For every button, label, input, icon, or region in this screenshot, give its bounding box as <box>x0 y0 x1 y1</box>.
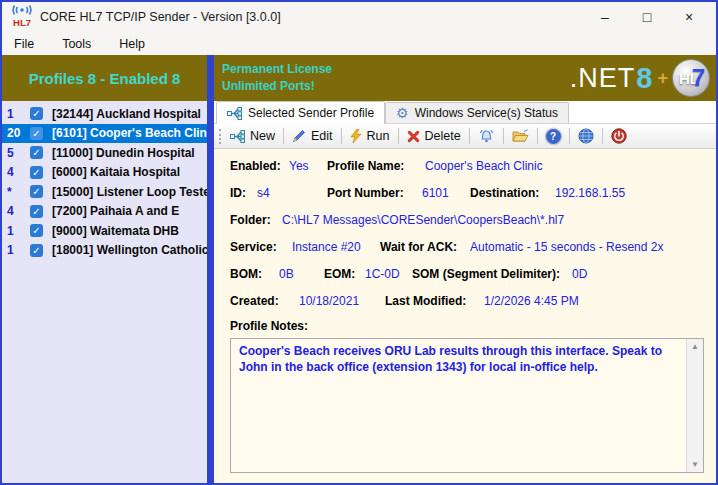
profile-label: [18001] Wellington Catholic <box>52 243 207 257</box>
modified-label: Last Modified: <box>385 294 484 308</box>
maximize-button[interactable]: □ <box>626 3 668 31</box>
profile-count: 1 <box>2 107 26 121</box>
scroll-down-icon[interactable]: ▼ <box>691 460 699 469</box>
profile-enabled-checkbox[interactable]: ✓ <box>30 107 43 120</box>
profile-enabled-checkbox[interactable]: ✓ <box>30 127 43 140</box>
id-label: ID: <box>230 186 257 200</box>
test-connection-button[interactable] <box>478 129 495 144</box>
service-value: Instance #20 <box>292 240 380 254</box>
open-folder-icon <box>512 129 529 143</box>
folder-label: Folder: <box>230 213 282 227</box>
title-bar: HL7 CORE HL7 TCP/IP Sender - Version [3.… <box>2 2 716 32</box>
toolbar-separator <box>602 128 603 144</box>
menu-tools[interactable]: Tools <box>62 37 91 51</box>
toolbar-separator <box>569 128 570 144</box>
profile-count: 1 <box>2 243 26 257</box>
enabled-value: Yes <box>289 159 327 173</box>
profile-list-item[interactable]: 5 ✓ [11000] Dunedin Hospital <box>2 143 207 163</box>
gear-icon: ⚙ <box>396 106 409 120</box>
toolbar-separator <box>537 128 538 144</box>
plus-sign: + <box>657 68 668 89</box>
profile-count: 4 <box>2 165 26 179</box>
help-button[interactable]: ? <box>546 129 561 144</box>
profile-count: 5 <box>2 146 26 160</box>
share-nodes-icon <box>227 107 242 120</box>
run-button[interactable]: Run <box>350 129 390 143</box>
notes-scrollbar[interactable]: ▲ ▼ <box>686 339 703 472</box>
scroll-up-icon[interactable]: ▲ <box>691 342 699 351</box>
license-banner: Permanent License Unlimited Ports! .NET … <box>214 55 716 101</box>
toolbar-separator <box>283 128 284 144</box>
profile-notes-textarea[interactable]: Cooper's Beach receives ORU Lab results … <box>230 338 704 473</box>
modified-value: 1/2/2026 4:45 PM <box>484 294 579 308</box>
profile-enabled-checkbox[interactable]: ✓ <box>30 146 43 159</box>
run-lightning-icon <box>350 129 362 143</box>
profiles-sidebar: Profiles 8 - Enabled 8 1 ✓ [32144] Auckl… <box>2 55 207 483</box>
profile-list-item-selected[interactable]: 20 ✓ [6101] Cooper's Beach Clinic <box>2 124 207 144</box>
profile-enabled-checkbox[interactable]: ✓ <box>30 185 43 198</box>
profile-enabled-checkbox[interactable]: ✓ <box>30 244 43 257</box>
exit-button[interactable] <box>611 128 627 144</box>
toolbar-grip[interactable] <box>219 129 221 144</box>
menu-help[interactable]: Help <box>119 37 145 51</box>
delete-x-icon <box>407 130 420 143</box>
close-button[interactable]: × <box>668 3 710 31</box>
profile-list-item[interactable]: 4 ✓ [6000] Kaitaia Hospital <box>2 163 207 183</box>
profile-label: [15000] Listener Loop Tester <box>52 185 207 199</box>
profile-label: [7200] Paihaia A and E <box>52 204 179 218</box>
profile-count: 4 <box>2 204 26 218</box>
minimize-button[interactable]: – <box>584 3 626 31</box>
dotnet-text: .NET <box>570 63 636 94</box>
toolbar: New Edit Run <box>214 124 716 149</box>
ack-label: Wait for ACK: <box>380 240 470 254</box>
power-icon <box>611 128 627 144</box>
profile-enabled-checkbox[interactable]: ✓ <box>30 166 43 179</box>
profile-enabled-checkbox[interactable]: ✓ <box>30 205 43 218</box>
edit-button[interactable]: Edit <box>292 129 333 143</box>
field-row: ID: s4 Port Number: 6101 Destination: 19… <box>230 179 706 206</box>
id-value: s4 <box>257 186 327 200</box>
tab-windows-service-status[interactable]: ⚙ Windows Service(s) Status <box>385 102 569 123</box>
profile-detail-panel: Enabled: Yes Profile Name: Cooper's Beac… <box>214 149 716 483</box>
hl7-globe-icon: HL 7 <box>672 59 710 97</box>
window-title: CORE HL7 TCP/IP Sender - Version [3.0.0] <box>40 10 281 24</box>
delete-button[interactable]: Delete <box>407 129 461 143</box>
profile-list-item[interactable]: * ✓ [15000] Listener Loop Tester <box>2 182 207 202</box>
license-type: Permanent License <box>222 61 332 78</box>
profile-list-item[interactable]: 1 ✓ [18001] Wellington Catholic <box>2 241 207 261</box>
menu-file[interactable]: File <box>14 37 34 51</box>
panel-divider <box>207 55 214 483</box>
profile-enabled-checkbox[interactable]: ✓ <box>30 224 43 237</box>
bell-icon <box>478 129 495 144</box>
profile-label: [32144] Auckland Hospital <box>52 107 201 121</box>
profile-label: [6000] Kaitaia Hospital <box>52 165 180 179</box>
toolbar-separator <box>469 128 470 144</box>
som-label: SOM (Segment Delimiter): <box>412 267 572 281</box>
profile-label: [11000] Dunedin Hospital <box>52 146 195 160</box>
field-row: Service: Instance #20 Wait for ACK: Auto… <box>230 233 706 260</box>
profile-list-item[interactable]: 1 ✓ [32144] Auckland Hospital <box>2 104 207 124</box>
toolbar-separator <box>398 128 399 144</box>
som-value: 0D <box>572 267 587 281</box>
field-row: Created: 10/18/2021 Last Modified: 1/2/2… <box>230 287 706 314</box>
toolbar-separator <box>503 128 504 144</box>
service-label: Service: <box>230 240 292 254</box>
tab-label: Windows Service(s) Status <box>415 106 558 120</box>
notes-text[interactable]: Cooper's Beach receives ORU Lab results … <box>231 339 686 472</box>
license-ports: Unlimited Ports! <box>222 78 332 95</box>
port-label: Port Number: <box>327 186 422 200</box>
new-button[interactable]: New <box>230 129 275 143</box>
globe-icon <box>578 128 594 144</box>
website-button[interactable] <box>578 128 594 144</box>
tab-selected-sender-profile[interactable]: Selected Sender Profile <box>216 101 385 124</box>
dotnet-eight: 8 <box>636 62 652 95</box>
profile-label: [9000] Waitemata DHB <box>52 224 179 238</box>
profile-list-item[interactable]: 4 ✓ [7200] Paihaia A and E <box>2 202 207 222</box>
folder-value: C:\HL7 Messages\CORESender\CoopersBeach\… <box>282 213 564 227</box>
tab-label: Selected Sender Profile <box>248 106 374 120</box>
toolbar-separator <box>341 128 342 144</box>
bom-label: BOM: <box>230 267 279 281</box>
destination-label: Destination: <box>470 186 555 200</box>
open-folder-button[interactable] <box>512 129 529 143</box>
profile-list-item[interactable]: 1 ✓ [9000] Waitemata DHB <box>2 221 207 241</box>
